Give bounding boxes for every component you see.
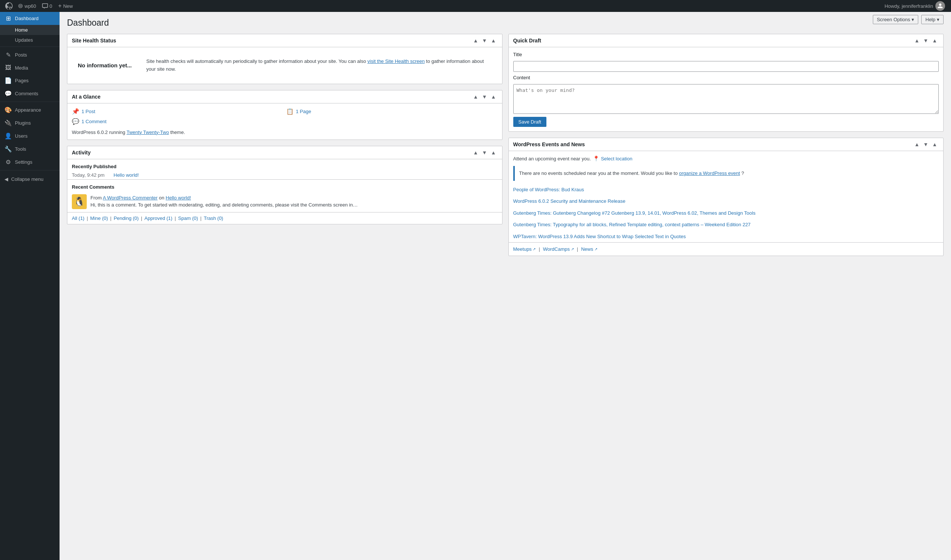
sidebar-item-posts[interactable]: ✎ Posts (0, 48, 60, 62)
howdy-link[interactable]: Howdy, jenniferfranklin (882, 0, 948, 12)
sidebar-item-plugins[interactable]: 🔌 Plugins (0, 117, 60, 129)
filter-spam[interactable]: Spam (0) (178, 215, 198, 221)
wp-logo[interactable] (3, 0, 15, 12)
news-link-3[interactable]: Gutenberg Times: Typography for all bloc… (513, 221, 939, 228)
activity-up[interactable]: ▲ (472, 149, 480, 156)
filter-approved[interactable]: Approved (1) (145, 215, 172, 221)
at-glance-toggle[interactable]: ▲ (489, 93, 498, 100)
adminbar-right: Howdy, jenniferfranklin (882, 0, 948, 12)
sidebar-item-updates[interactable]: Updates (0, 35, 60, 45)
dashboard-label: Dashboard (15, 15, 39, 21)
quick-draft-up[interactable]: ▲ (913, 37, 921, 44)
quick-draft-widget: Quick Draft ▲ ▼ ▲ Title Content Save Dra… (508, 34, 944, 132)
news-link-4[interactable]: WPTavern: WordPress 13.9 Adds New Shortc… (513, 233, 939, 240)
activity-post-link[interactable]: Hello world! (114, 172, 139, 178)
sidebar-item-dashboard[interactable]: ⊞ Dashboard (0, 12, 60, 25)
activity-toggle[interactable]: ▲ (489, 149, 498, 156)
select-location-link[interactable]: 📍 Select location (593, 155, 632, 162)
news-item-3: Gutenberg Times: Typography for all bloc… (509, 219, 943, 231)
events-attend: Attend an upcoming event near you. 📍 Sel… (509, 151, 943, 166)
meetups-external-icon: ↗ (532, 247, 536, 251)
sidebar-item-appearance[interactable]: 🎨 Appearance (0, 103, 60, 117)
quick-draft-toggle[interactable]: ▲ (931, 37, 939, 44)
admin-bar: wp60 0 + New Howdy, jenniferfranklin (0, 0, 951, 12)
content-label: Content (513, 75, 939, 80)
from-text: From (91, 195, 102, 200)
sidebar-item-comments[interactable]: 💬 Comments (0, 87, 60, 100)
activity-date: Today, 9:42 pm (72, 172, 109, 178)
at-glance-down[interactable]: ▼ (480, 93, 489, 100)
screen-options-button[interactable]: Screen Options ▾ (873, 15, 919, 24)
organize-event-link[interactable]: organize a WordPress event (679, 171, 740, 176)
site-name-link[interactable]: wp60 (15, 0, 39, 12)
wordcamps-link[interactable]: WordCamps ↗ (543, 246, 574, 252)
sidebar-item-tools[interactable]: 🔧 Tools (0, 143, 60, 155)
meetups-link[interactable]: Meetups ↗ (513, 246, 536, 252)
admin-menu: ⊞ Dashboard Home Updates ✎ Posts 🖼 Media… (0, 12, 60, 560)
no-events-suffix: ? (742, 171, 744, 176)
theme-suffix: theme. (171, 129, 185, 135)
wp-wrap: ⊞ Dashboard Home Updates ✎ Posts 🖼 Media… (0, 12, 951, 560)
pages-count-link[interactable]: 📋 1 Page (286, 108, 498, 115)
collapse-menu-button[interactable]: ◀ Collapse menu (0, 173, 60, 185)
draft-title-input[interactable] (513, 61, 939, 72)
filter-trash[interactable]: Trash (0) (204, 215, 223, 221)
pages-icon: 📄 (5, 77, 12, 84)
activity-filters: All (1) | Mine (0) | Pending (0) | Appro… (68, 212, 502, 224)
news-link-2[interactable]: Gutenberg Times: Gutenberg Changelog #72… (513, 209, 939, 217)
events-title: WordPress Events and News (513, 142, 911, 147)
posts-count-link[interactable]: 📌 1 Post (72, 108, 283, 115)
menu-separator-2 (0, 102, 60, 102)
sidebar-item-settings[interactable]: ⚙ Settings (0, 155, 60, 169)
theme-link[interactable]: Twenty Twenty-Two (126, 129, 169, 135)
comments-count-link[interactable]: 💬 1 Comment (72, 118, 283, 125)
at-glance-controls: ▲ ▼ ▲ (472, 93, 498, 100)
news-link-1[interactable]: WordPress 6.0.2 Security and Maintenance… (513, 198, 939, 205)
events-header: WordPress Events and News ▲ ▼ ▲ (509, 138, 943, 151)
visit-health-screen-link[interactable]: visit the Site Health screen (367, 58, 425, 64)
site-health-title: Site Health Status (72, 38, 470, 43)
draft-content-textarea[interactable] (513, 84, 939, 114)
home-label: Home (15, 27, 28, 33)
help-label: Help (925, 17, 936, 22)
filter-all[interactable]: All (1) (72, 215, 85, 221)
comments-menu-icon: 💬 (5, 90, 12, 97)
wp-version-text: WordPress 6.0.2 running (72, 129, 125, 135)
site-health-collapse-up[interactable]: ▲ (472, 37, 480, 44)
comment-count: 1 Comment (82, 119, 106, 124)
at-glance-up[interactable]: ▲ (472, 93, 480, 100)
events-footer: Meetups ↗ | WordCamps ↗ | News ↗ (509, 242, 943, 255)
filter-mine[interactable]: Mine (0) (90, 215, 108, 221)
news-item-1: WordPress 6.0.2 Security and Maintenance… (509, 195, 943, 207)
save-draft-button[interactable]: Save Draft (513, 117, 546, 127)
health-description: Site health checks will automatically ru… (146, 58, 492, 73)
comment-post-link[interactable]: Hello world! (166, 195, 191, 200)
wordcamps-label: WordCamps (543, 246, 570, 252)
quick-draft-down[interactable]: ▼ (922, 37, 930, 44)
activity-down[interactable]: ▼ (480, 149, 489, 156)
at-glance-header: At a Glance ▲ ▼ ▲ (68, 91, 502, 103)
news-link-0[interactable]: People of WordPress: Bud Kraus (513, 186, 939, 194)
at-a-glance-widget: At a Glance ▲ ▼ ▲ 📌 1 Post � (67, 90, 503, 140)
filter-pending[interactable]: Pending (0) (114, 215, 138, 221)
help-button[interactable]: Help ▾ (921, 15, 943, 24)
sidebar-item-media[interactable]: 🖼 Media (0, 62, 60, 74)
no-events-message: There are no events scheduled near you a… (513, 166, 939, 181)
events-down[interactable]: ▼ (922, 141, 930, 148)
recently-published-label: Recently Published (68, 159, 502, 171)
site-health-toggle[interactable]: ▲ (489, 37, 498, 44)
sidebar-item-users[interactable]: 👤 Users (0, 129, 60, 143)
new-content-link[interactable]: + New (55, 0, 75, 12)
site-health-collapse-down[interactable]: ▼ (480, 37, 489, 44)
commenter-link[interactable]: A WordPress Commenter (103, 195, 157, 200)
updates-label: Updates (15, 37, 33, 43)
news-footer-link[interactable]: News ↗ (581, 246, 597, 252)
sidebar-item-home[interactable]: Home (0, 25, 60, 35)
events-up[interactable]: ▲ (913, 141, 921, 148)
comments-link[interactable]: 0 (39, 0, 55, 12)
comment-row: 🐧 From A WordPress Commenter on Hello wo… (68, 191, 502, 212)
title-label: Title (513, 52, 939, 57)
comment-text: From A WordPress Commenter on Hello worl… (91, 194, 358, 209)
events-toggle[interactable]: ▲ (931, 141, 939, 148)
sidebar-item-pages[interactable]: 📄 Pages (0, 74, 60, 87)
